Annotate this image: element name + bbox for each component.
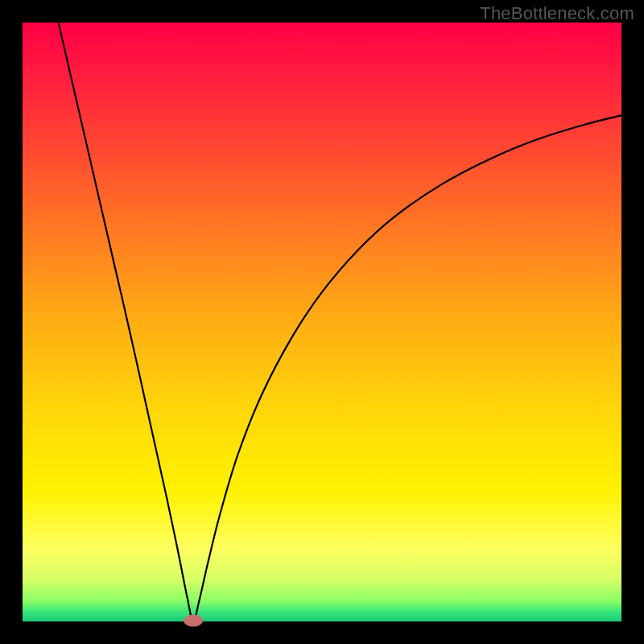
- bottleneck-chart: [0, 0, 644, 644]
- chart-container: TheBottleneck.com: [0, 0, 644, 644]
- chart-plot-area: [23, 23, 621, 621]
- minimum-marker: [184, 615, 203, 627]
- watermark-text: TheBottleneck.com: [480, 3, 634, 24]
